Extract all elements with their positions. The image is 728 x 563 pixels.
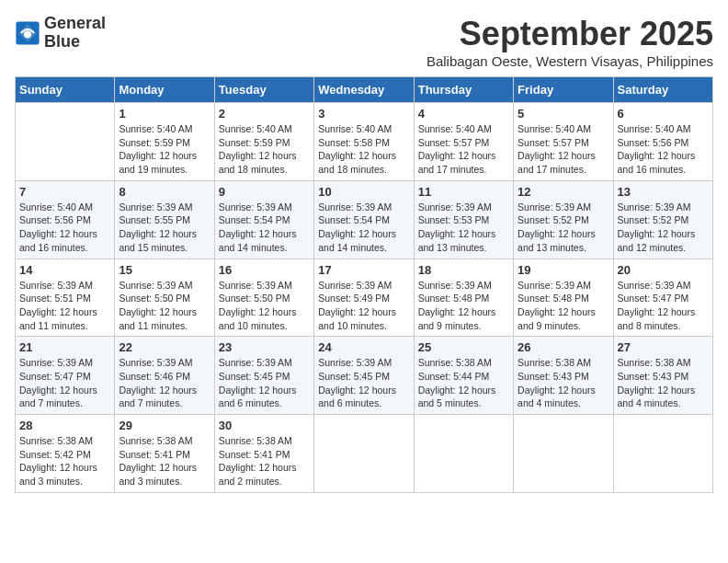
calendar-cell <box>414 415 513 493</box>
day-number: 12 <box>518 185 609 199</box>
day-number: 29 <box>119 419 210 432</box>
day-number: 5 <box>518 107 609 121</box>
cell-info: Sunrise: 5:40 AMSunset: 5:56 PMDaylight:… <box>618 122 709 177</box>
day-number: 16 <box>219 263 310 277</box>
cell-info: Sunrise: 5:39 AMSunset: 5:53 PMDaylight:… <box>418 201 509 255</box>
cell-info: Sunrise: 5:39 AMSunset: 5:47 PMDaylight:… <box>618 279 709 333</box>
day-number: 4 <box>418 107 509 121</box>
day-number: 14 <box>19 263 110 277</box>
cell-info: Sunrise: 5:39 AMSunset: 5:45 PMDaylight:… <box>219 356 310 410</box>
cell-info: Sunrise: 5:39 AMSunset: 5:54 PMDaylight:… <box>219 201 310 255</box>
calendar-cell: 8Sunrise: 5:39 AMSunset: 5:55 PMDaylight… <box>115 180 214 259</box>
calendar-week: 28Sunrise: 5:38 AMSunset: 5:42 PMDayligh… <box>16 415 713 493</box>
day-number: 26 <box>518 340 609 354</box>
calendar-cell: 12Sunrise: 5:39 AMSunset: 5:52 PMDayligh… <box>514 180 613 259</box>
cell-info: Sunrise: 5:39 AMSunset: 5:46 PMDaylight:… <box>119 356 210 410</box>
calendar-cell <box>514 415 613 493</box>
title-area: September 2025 Balibagan Oeste, Western … <box>427 15 713 69</box>
cell-info: Sunrise: 5:40 AMSunset: 5:56 PMDaylight:… <box>19 201 110 255</box>
day-number: 2 <box>219 107 310 121</box>
day-number: 13 <box>618 185 709 199</box>
logo-icon <box>15 20 40 46</box>
calendar-cell: 19Sunrise: 5:39 AMSunset: 5:48 PMDayligh… <box>514 259 613 337</box>
cell-info: Sunrise: 5:40 AMSunset: 5:59 PMDaylight:… <box>219 122 310 177</box>
calendar-cell: 11Sunrise: 5:39 AMSunset: 5:53 PMDayligh… <box>414 180 513 259</box>
header-day: Wednesday <box>314 77 414 103</box>
calendar-cell: 28Sunrise: 5:38 AMSunset: 5:42 PMDayligh… <box>16 415 115 493</box>
calendar-cell: 17Sunrise: 5:39 AMSunset: 5:49 PMDayligh… <box>314 259 414 337</box>
calendar-cell: 25Sunrise: 5:38 AMSunset: 5:44 PMDayligh… <box>414 337 513 415</box>
calendar-cell: 15Sunrise: 5:39 AMSunset: 5:50 PMDayligh… <box>115 259 214 337</box>
day-number: 22 <box>119 340 210 354</box>
calendar-cell: 23Sunrise: 5:39 AMSunset: 5:45 PMDayligh… <box>214 337 313 415</box>
header-day: Tuesday <box>214 77 313 103</box>
cell-info: Sunrise: 5:38 AMSunset: 5:43 PMDaylight:… <box>618 356 709 410</box>
calendar-cell: 22Sunrise: 5:39 AMSunset: 5:46 PMDayligh… <box>115 337 214 415</box>
calendar-week: 7Sunrise: 5:40 AMSunset: 5:56 PMDaylight… <box>16 180 713 259</box>
cell-info: Sunrise: 5:38 AMSunset: 5:44 PMDaylight:… <box>418 356 509 410</box>
calendar-cell: 27Sunrise: 5:38 AMSunset: 5:43 PMDayligh… <box>613 337 712 415</box>
day-number: 15 <box>119 263 210 277</box>
cell-info: Sunrise: 5:39 AMSunset: 5:55 PMDaylight:… <box>119 201 210 255</box>
day-number: 18 <box>418 263 509 277</box>
header-day: Saturday <box>613 77 712 103</box>
calendar-cell: 10Sunrise: 5:39 AMSunset: 5:54 PMDayligh… <box>314 180 414 259</box>
day-number: 3 <box>318 107 409 121</box>
cell-info: Sunrise: 5:39 AMSunset: 5:47 PMDaylight:… <box>19 356 110 410</box>
day-number: 7 <box>19 185 110 199</box>
cell-info: Sunrise: 5:38 AMSunset: 5:41 PMDaylight:… <box>119 434 210 488</box>
calendar-cell: 2Sunrise: 5:40 AMSunset: 5:59 PMDaylight… <box>214 103 313 181</box>
calendar-cell: 18Sunrise: 5:39 AMSunset: 5:48 PMDayligh… <box>414 259 513 337</box>
calendar-week: 14Sunrise: 5:39 AMSunset: 5:51 PMDayligh… <box>16 259 713 337</box>
cell-info: Sunrise: 5:39 AMSunset: 5:50 PMDaylight:… <box>119 279 210 333</box>
calendar-cell: 29Sunrise: 5:38 AMSunset: 5:41 PMDayligh… <box>115 415 214 493</box>
calendar-cell <box>314 415 414 493</box>
cell-info: Sunrise: 5:38 AMSunset: 5:42 PMDaylight:… <box>19 434 110 488</box>
calendar-cell: 26Sunrise: 5:38 AMSunset: 5:43 PMDayligh… <box>514 337 613 415</box>
header-day: Thursday <box>414 77 513 103</box>
calendar-cell: 7Sunrise: 5:40 AMSunset: 5:56 PMDaylight… <box>16 180 115 259</box>
month-title: September 2025 <box>427 15 713 53</box>
cell-info: Sunrise: 5:39 AMSunset: 5:52 PMDaylight:… <box>618 201 709 255</box>
cell-info: Sunrise: 5:39 AMSunset: 5:48 PMDaylight:… <box>418 279 509 333</box>
calendar-cell: 30Sunrise: 5:38 AMSunset: 5:41 PMDayligh… <box>214 415 313 493</box>
cell-info: Sunrise: 5:40 AMSunset: 5:57 PMDaylight:… <box>518 122 609 177</box>
calendar-cell: 4Sunrise: 5:40 AMSunset: 5:57 PMDaylight… <box>414 103 513 181</box>
cell-info: Sunrise: 5:38 AMSunset: 5:43 PMDaylight:… <box>518 356 609 410</box>
cell-info: Sunrise: 5:39 AMSunset: 5:45 PMDaylight:… <box>318 356 409 410</box>
cell-info: Sunrise: 5:40 AMSunset: 5:59 PMDaylight:… <box>119 122 210 177</box>
calendar-week: 1Sunrise: 5:40 AMSunset: 5:59 PMDaylight… <box>16 103 713 181</box>
calendar-table: SundayMondayTuesdayWednesdayThursdayFrid… <box>15 76 713 493</box>
cell-info: Sunrise: 5:39 AMSunset: 5:51 PMDaylight:… <box>19 279 110 333</box>
cell-info: Sunrise: 5:40 AMSunset: 5:57 PMDaylight:… <box>418 122 509 177</box>
calendar-cell: 3Sunrise: 5:40 AMSunset: 5:58 PMDaylight… <box>314 103 414 181</box>
header-day: Sunday <box>16 77 115 103</box>
header: General Blue September 2025 Balibagan Oe… <box>15 15 713 69</box>
logo-text: General Blue <box>44 15 106 52</box>
day-number: 25 <box>418 340 509 354</box>
day-number: 27 <box>618 340 709 354</box>
calendar-cell: 5Sunrise: 5:40 AMSunset: 5:57 PMDaylight… <box>514 103 613 181</box>
calendar-cell: 13Sunrise: 5:39 AMSunset: 5:52 PMDayligh… <box>613 180 712 259</box>
calendar-cell: 9Sunrise: 5:39 AMSunset: 5:54 PMDaylight… <box>214 180 313 259</box>
day-number: 17 <box>318 263 409 277</box>
cell-info: Sunrise: 5:39 AMSunset: 5:48 PMDaylight:… <box>518 279 609 333</box>
header-day: Friday <box>514 77 613 103</box>
day-number: 1 <box>119 107 210 121</box>
cell-info: Sunrise: 5:38 AMSunset: 5:41 PMDaylight:… <box>219 434 310 488</box>
header-row: SundayMondayTuesdayWednesdayThursdayFrid… <box>16 77 713 103</box>
calendar-cell: 14Sunrise: 5:39 AMSunset: 5:51 PMDayligh… <box>16 259 115 337</box>
day-number: 23 <box>219 340 310 354</box>
day-number: 24 <box>318 340 409 354</box>
location-title: Balibagan Oeste, Western Visayas, Philip… <box>427 53 713 69</box>
day-number: 9 <box>219 185 310 199</box>
day-number: 21 <box>19 340 110 354</box>
cell-info: Sunrise: 5:39 AMSunset: 5:50 PMDaylight:… <box>219 279 310 333</box>
cell-info: Sunrise: 5:39 AMSunset: 5:54 PMDaylight:… <box>318 201 409 255</box>
calendar-cell: 6Sunrise: 5:40 AMSunset: 5:56 PMDaylight… <box>613 103 712 181</box>
calendar-cell <box>613 415 712 493</box>
calendar-body: 1Sunrise: 5:40 AMSunset: 5:59 PMDaylight… <box>16 103 713 493</box>
header-day: Monday <box>115 77 214 103</box>
cell-info: Sunrise: 5:39 AMSunset: 5:49 PMDaylight:… <box>318 279 409 333</box>
day-number: 20 <box>618 263 709 277</box>
